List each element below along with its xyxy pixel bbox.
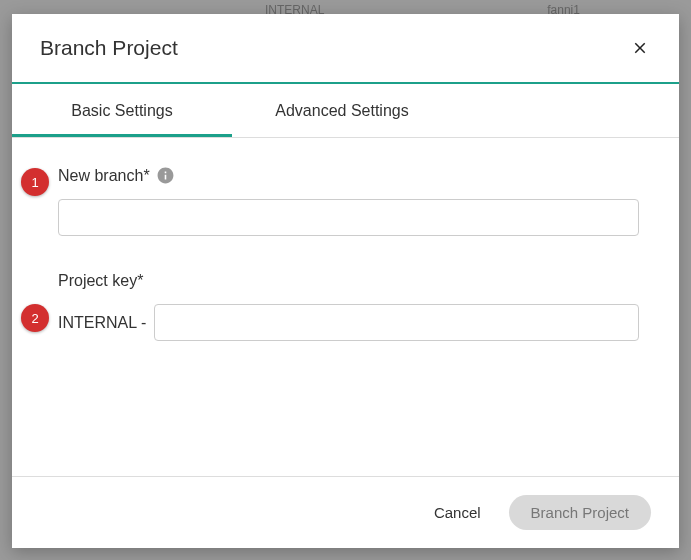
modal-header: Branch Project	[12, 14, 679, 84]
modal-body: 1 New branch* 2 Project key* INTERNAL -	[12, 138, 679, 476]
info-icon[interactable]	[156, 166, 175, 185]
new-branch-input[interactable]	[58, 199, 639, 236]
project-key-input[interactable]	[154, 304, 639, 341]
callout-badge-1: 1	[21, 168, 49, 196]
close-icon	[631, 39, 649, 57]
tab-basic-settings[interactable]: Basic Settings	[12, 84, 232, 137]
tabs: Basic Settings Advanced Settings	[12, 84, 679, 138]
close-button[interactable]	[629, 37, 651, 59]
project-key-label: Project key*	[58, 272, 143, 290]
new-branch-label: New branch*	[58, 167, 150, 185]
new-branch-group: 1 New branch*	[58, 166, 639, 236]
branch-project-modal: Branch Project Basic Settings Advanced S…	[12, 14, 679, 548]
project-key-row: INTERNAL -	[58, 304, 639, 341]
info-circle-icon	[156, 166, 175, 185]
modal-title: Branch Project	[40, 36, 178, 60]
project-key-prefix: INTERNAL -	[58, 314, 146, 332]
tab-advanced-settings[interactable]: Advanced Settings	[232, 84, 452, 137]
project-key-group: 2 Project key* INTERNAL -	[58, 272, 639, 341]
branch-project-button[interactable]: Branch Project	[509, 495, 651, 530]
cancel-button[interactable]: Cancel	[434, 504, 481, 521]
project-key-label-row: Project key*	[58, 272, 639, 290]
callout-badge-2: 2	[21, 304, 49, 332]
new-branch-label-row: New branch*	[58, 166, 639, 185]
modal-footer: Cancel Branch Project	[12, 476, 679, 548]
